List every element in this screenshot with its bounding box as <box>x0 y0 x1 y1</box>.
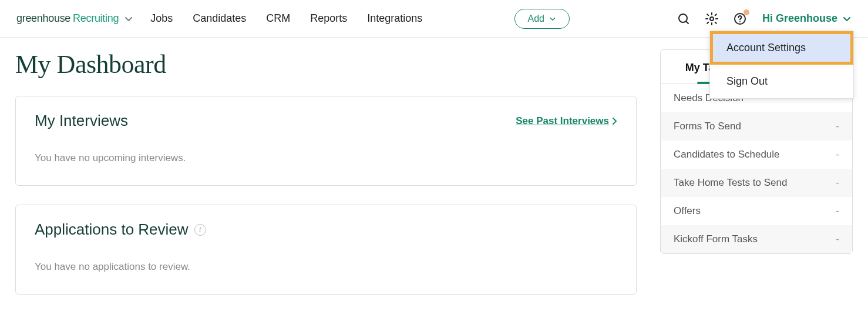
chevron-right-icon <box>611 117 617 125</box>
nav-candidates[interactable]: Candidates <box>193 12 246 25</box>
task-row[interactable]: Take Home Tests to Send - <box>661 169 852 197</box>
task-label: Candidates to Schedule <box>674 149 780 160</box>
task-row[interactable]: Forms To Send - <box>661 112 852 141</box>
gear-icon[interactable] <box>700 7 724 31</box>
search-icon[interactable] <box>672 7 695 31</box>
task-count: - <box>836 177 839 189</box>
add-button[interactable]: Add <box>514 9 570 29</box>
sign-out-item[interactable]: Sign Out <box>710 65 853 98</box>
chevron-down-icon <box>549 15 556 22</box>
chevron-down-icon <box>123 14 134 24</box>
nav-integrations[interactable]: Integrations <box>367 12 422 25</box>
task-row[interactable]: Offers - <box>661 197 852 225</box>
task-count: - <box>836 149 839 160</box>
applications-card: Applications to Review i You have no app… <box>15 205 637 295</box>
interviews-title: My Interviews <box>35 112 128 130</box>
see-past-interviews-label: See Past Interviews <box>516 115 609 127</box>
account-settings-item[interactable]: Account Settings <box>710 31 853 65</box>
task-row[interactable]: Kickoff Form Tasks - <box>661 225 852 253</box>
interviews-empty-text: You have no upcoming interviews. <box>35 152 617 164</box>
info-icon[interactable]: i <box>194 224 206 236</box>
notification-dot <box>743 9 749 15</box>
task-label: Kickoff Form Tasks <box>674 233 758 245</box>
help-icon[interactable] <box>728 7 752 31</box>
see-past-interviews-link[interactable]: See Past Interviews <box>516 115 617 127</box>
applications-title: Applications to Review i <box>35 220 206 239</box>
svg-point-3 <box>739 21 741 22</box>
nav-crm[interactable]: CRM <box>266 12 290 25</box>
task-count: - <box>836 233 839 245</box>
page-title: My Dashboard <box>15 49 637 79</box>
logo-text: greenhouse Recruiting <box>16 12 119 25</box>
task-count: - <box>836 121 839 132</box>
interviews-card: My Interviews See Past Interviews You ha… <box>15 96 637 186</box>
svg-point-1 <box>710 17 714 21</box>
nav-reports[interactable]: Reports <box>310 12 347 25</box>
add-button-label: Add <box>528 14 544 24</box>
task-label: Forms To Send <box>674 121 741 132</box>
chevron-down-icon <box>842 14 852 24</box>
user-menu-trigger[interactable]: Hi Greenhouse <box>762 12 852 25</box>
user-dropdown: Account Settings Sign Out <box>709 31 854 99</box>
task-label: Take Home Tests to Send <box>674 177 787 189</box>
tasks-list: Needs Decision - Forms To Send - Candida… <box>661 84 852 253</box>
primary-nav: Jobs Candidates CRM Reports Integrations <box>150 12 422 25</box>
task-count: - <box>836 205 839 217</box>
task-label: Offers <box>674 205 701 217</box>
nav-jobs[interactable]: Jobs <box>150 12 173 25</box>
applications-empty-text: You have no applications to review. <box>35 261 617 273</box>
user-greeting-label: Hi Greenhouse <box>762 12 837 25</box>
logo[interactable]: greenhouse Recruiting <box>16 12 134 25</box>
task-row[interactable]: Candidates to Schedule - <box>661 141 852 169</box>
top-nav: greenhouse Recruiting Jobs Candidates CR… <box>0 0 868 38</box>
